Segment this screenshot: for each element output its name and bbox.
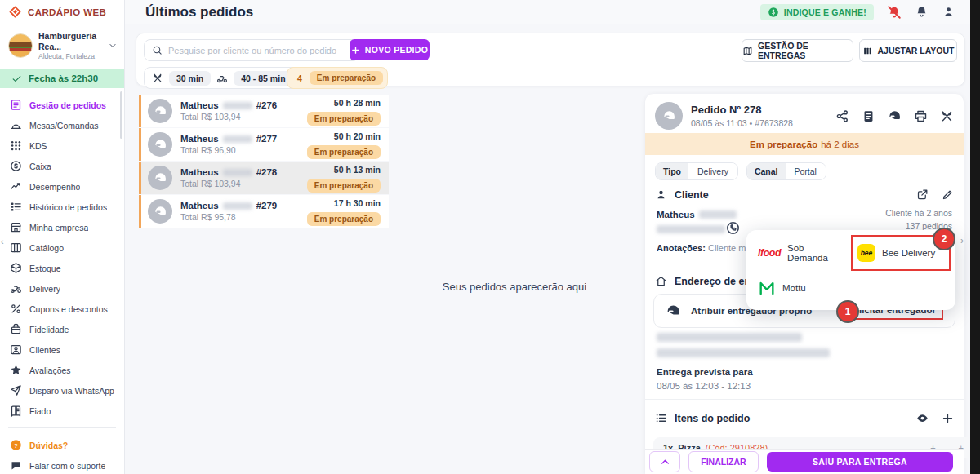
sidebar-item-label: Mesas/Comandas — [29, 121, 99, 131]
customer-name-redacted — [223, 202, 252, 210]
status-filter-pill[interactable]: Em preparação — [310, 71, 383, 85]
bell-muted-icon[interactable] — [887, 5, 902, 20]
sidebar-item-10[interactable]: Cupons e descontos — [0, 299, 124, 319]
cash-icon — [10, 160, 22, 172]
topbar: Últimos pedidos INDIQUE E GANHE! — [124, 0, 970, 24]
search-input[interactable]: Pesquise por cliente ou número do pedido — [144, 39, 359, 61]
chevron-up-icon — [660, 457, 670, 467]
bell-icon[interactable] — [915, 5, 929, 19]
sidebar-item-label: Estoque — [29, 264, 61, 273]
plus-icon — [351, 46, 360, 55]
courier-option-label: Mottu — [782, 283, 806, 293]
order-row[interactable]: Matheus#278Total R$ 103,9450 h 13 minEm … — [139, 162, 389, 194]
share-icon[interactable] — [835, 109, 849, 123]
external-link-icon[interactable] — [916, 188, 929, 201]
delivery-time-pill[interactable]: 40 - 85 min — [234, 71, 292, 86]
referral-chip[interactable]: INDIQUE E GANHE! — [760, 4, 874, 20]
sidebar-collapse-icon[interactable]: ‹ — [1, 237, 4, 246]
time-settings-group[interactable]: 30 min 40 - 85 min — [144, 67, 301, 89]
sidebar-item-8[interactable]: Estoque — [0, 258, 124, 278]
courier-option-2[interactable]: Mottu — [751, 271, 851, 305]
order-avatar — [148, 132, 172, 157]
history-icon — [10, 201, 22, 213]
order-status-badge: Em preparação — [307, 145, 381, 159]
sidebar-item-label: Avaliações — [29, 365, 71, 375]
whatsapp-icon[interactable] — [725, 220, 741, 236]
sidebar-item-12[interactable]: Clientes — [0, 339, 124, 360]
order-meta-pills: Tipo Delivery Canal Portal — [655, 162, 826, 180]
sidebar-item-0[interactable]: Gestão de pedidos — [0, 95, 124, 115]
status-banner: Em preparação há 2 dias — [645, 133, 964, 155]
sidebar-item-label: Falar com o suporte — [29, 461, 105, 471]
client-name-text: Matheus — [657, 210, 695, 219]
order-status-badge: Em preparação — [307, 179, 381, 193]
helmet-action-icon[interactable] — [888, 109, 902, 123]
chevron-down-icon[interactable] — [108, 41, 118, 51]
list-icon — [655, 412, 667, 424]
sidebar-item-2[interactable]: KDS — [0, 135, 124, 156]
restaurant-avatar — [8, 33, 33, 58]
cutlery-x-icon[interactable] — [940, 109, 954, 123]
sidebar-item-3[interactable]: Caixa — [0, 156, 124, 176]
pencil-icon[interactable] — [942, 188, 954, 201]
sidebar-item-14[interactable]: Disparo via WhatsApp — [0, 380, 124, 401]
delivery-management-button[interactable]: GESTÃO DE ENTREGAS — [742, 39, 853, 62]
order-row[interactable]: Matheus#276Total R$ 103,9450 h 28 minEm … — [139, 95, 389, 127]
prep-time-pill[interactable]: 30 min — [169, 71, 211, 86]
sidebar-item-9[interactable]: Delivery — [0, 278, 124, 299]
order-row[interactable]: Matheus#277Total R$ 96,9050 h 20 minEm p… — [139, 128, 389, 161]
collapse-footer-button[interactable] — [649, 451, 680, 472]
sidebar-item-15[interactable]: Fiado — [0, 401, 124, 421]
courier-option-label: Bee Delivery — [882, 248, 935, 258]
panel-expand-icon[interactable]: › — [960, 235, 964, 246]
helmet-icon — [662, 109, 676, 123]
receipt-icon[interactable] — [862, 109, 875, 123]
sidebar-item-11[interactable]: Fidelidade — [0, 319, 124, 339]
client-tenure: Cliente há 2 anos — [885, 208, 952, 218]
sidebar-item-17[interactable]: ?Dúvidas? — [0, 435, 124, 455]
book-icon — [10, 405, 22, 417]
sidebar-item-13[interactable]: Avaliações — [0, 360, 124, 380]
chat-icon — [10, 459, 22, 472]
customers-icon — [10, 343, 22, 356]
customer-name-redacted — [223, 102, 252, 109]
sidebar-item-label: Clientes — [29, 345, 60, 355]
closing-banner: Fecha às 22h30 — [0, 69, 124, 88]
adjust-layout-button[interactable]: AJUSTAR LAYOUT — [859, 39, 957, 62]
search-placeholder: Pesquise por cliente ou número do pedido — [168, 46, 336, 55]
status-filter-group[interactable]: 4 Em preparação — [287, 67, 388, 89]
order-avatar — [148, 166, 172, 190]
sidebar-item-18[interactable]: Falar com o suporte — [0, 455, 124, 474]
restaurant-selector[interactable]: Hamburgueria Rea... Aldeota, Fortaleza — [0, 24, 124, 67]
new-order-button[interactable]: NOVO PEDIDO — [350, 39, 430, 60]
printer-icon[interactable] — [914, 109, 928, 123]
sidebar-item-6[interactable]: Minha empresa — [0, 217, 124, 237]
finish-button[interactable]: FINALIZAR — [688, 451, 759, 472]
order-status-badge: Em preparação — [307, 112, 381, 126]
right-edge-strip — [970, 0, 980, 474]
sidebar-item-5[interactable]: Histórico de pedidos — [0, 197, 124, 217]
cutlery-icon — [152, 73, 163, 84]
type-pill: Tipo Delivery — [655, 162, 738, 180]
add-item-icon[interactable] — [942, 412, 954, 424]
sidebar-divider — [8, 427, 116, 428]
helmet-icon — [154, 205, 167, 219]
status-banner-bold: Em preparação — [750, 140, 817, 149]
dispatch-button[interactable]: SAIU PARA ENTREGA — [767, 452, 953, 472]
client-notes-label: Anotações: — [657, 243, 706, 253]
sidebar-item-1[interactable]: Mesas/Comandas — [0, 115, 124, 135]
adjust-layout-label: AJUSTAR LAYOUT — [878, 46, 955, 55]
courier-option-0[interactable]: ifoodSob Demanda — [751, 235, 851, 271]
user-icon[interactable] — [942, 5, 956, 19]
channel-value: Portal — [786, 163, 826, 179]
closing-banner-label: Fecha às 22h30 — [29, 73, 98, 83]
help-icon: ? — [10, 439, 22, 451]
courier-option-1[interactable]: beeBee Delivery2 — [851, 235, 951, 271]
sidebar-item-4[interactable]: Desempenho — [0, 176, 124, 197]
order-number: #276 — [256, 100, 278, 110]
eye-icon[interactable] — [916, 412, 929, 424]
order-row[interactable]: Matheus#279Total R$ 95,7817 h 30 minEm p… — [139, 195, 389, 228]
sidebar-scrollbar[interactable] — [120, 91, 122, 139]
sidebar-item-7[interactable]: Catálogo — [0, 237, 124, 258]
kds-icon — [10, 140, 22, 152]
